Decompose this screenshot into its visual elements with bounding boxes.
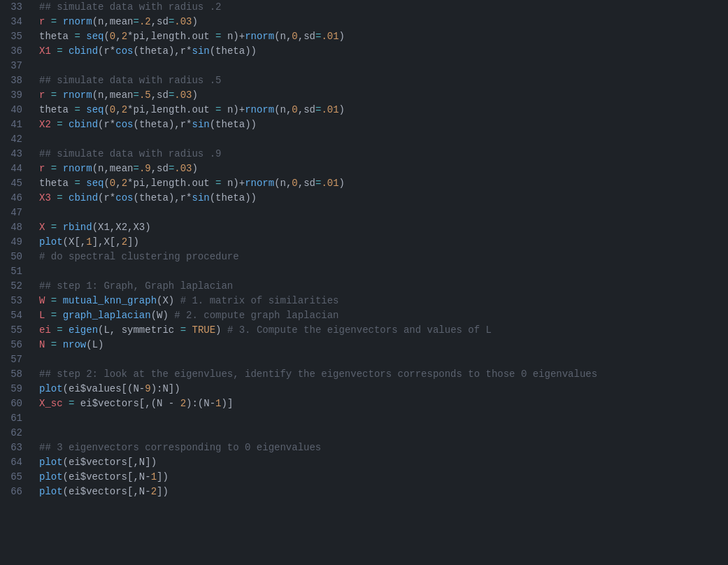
plain-token: (	[104, 104, 109, 115]
plain-token	[45, 310, 50, 321]
number-token: .03	[174, 163, 192, 174]
number-token: 1	[151, 471, 157, 482]
code-line: 51	[0, 264, 728, 279]
number-token: 9	[145, 383, 150, 394]
function-token: plot	[39, 457, 63, 468]
plain-token: ):N])	[151, 383, 180, 394]
line-content: ## simulate data with radius .9	[34, 147, 728, 162]
code-line: 34r = rnorm(n,mean=.2,sd=.03)	[0, 15, 728, 29]
line-number: 55	[0, 323, 34, 338]
plain-token	[57, 90, 62, 101]
line-content: plot(ei$values[(N-9):N])	[34, 382, 728, 396]
code-line: 53W = mutual_knn_graph(X) # 1. matrix of…	[0, 294, 728, 308]
function-token: seq	[86, 178, 104, 189]
code-line: 35theta = seq(0,2*pi,length.out = n)+rno…	[0, 29, 728, 44]
code-line: 66plot(ei$vectors[,N-2])	[0, 485, 728, 499]
line-content: X_sc = ei$vectors[,(N - 2):(N-1)]	[34, 396, 728, 411]
line-number: 58	[0, 367, 34, 382]
plain-token: )]	[221, 398, 233, 409]
function-token: sin	[192, 45, 210, 57]
variable-token: X_sc	[39, 398, 63, 409]
plain-token	[51, 45, 57, 57]
comment-token: ## simulate data with radius .9	[39, 148, 221, 159]
comment-token: ## step 1: Graph, Graph laplacian	[39, 280, 233, 292]
number-token: .5	[139, 90, 151, 101]
number-token: 0	[110, 31, 115, 42]
function-token: plot	[39, 383, 63, 394]
comment-token: # 2. compute graph laplacian	[174, 310, 338, 321]
plain-token	[45, 16, 50, 27]
function-token: cos	[115, 45, 133, 57]
plain-token	[45, 90, 50, 101]
line-number: 47	[0, 206, 34, 220]
plain-token: (theta),r*	[133, 192, 192, 203]
code-line: 40theta = seq(0,2*pi,length.out = n)+rno…	[0, 103, 728, 117]
function-token: rnorm	[63, 163, 92, 174]
plain-token: *pi,	[127, 178, 151, 189]
assign-token: =	[74, 104, 80, 115]
line-content: theta = seq(0,2*pi,length.out = n)+rnorm…	[34, 29, 728, 44]
line-number: 53	[0, 294, 34, 308]
plain-token: mean	[110, 90, 134, 101]
code-line: 33## simulate data with radius .2	[0, 0, 728, 15]
plain-token: (	[104, 31, 109, 42]
code-line: 38## simulate data with radius .5	[0, 73, 728, 88]
line-content: plot(X[,1],X[,2])	[34, 235, 728, 250]
line-content: # do spectral clustering procedure	[34, 250, 728, 264]
comment-token: # do spectral clustering procedure	[39, 251, 239, 262]
line-content: X1 = cbind(r*cos(theta),r*sin(theta))	[34, 44, 728, 59]
plain-token: )	[339, 178, 345, 189]
line-number: 51	[0, 264, 34, 279]
code-line: 36X1 = cbind(r*cos(theta),r*sin(theta))	[0, 44, 728, 59]
number-token: 2	[180, 398, 186, 409]
comment-token: ## step 2: look at the eigenvlues, ident…	[39, 369, 597, 380]
plain-token	[80, 178, 86, 189]
plain-token	[63, 398, 69, 409]
assign-token: =	[57, 192, 62, 203]
assign-token: =	[51, 163, 57, 174]
plain-token: (n,	[274, 178, 292, 189]
line-content: W = mutual_knn_graph(X) # 1. matrix of s…	[34, 294, 728, 308]
number-token: 2	[122, 236, 127, 248]
plain-token: ,	[298, 31, 304, 42]
assign-token: =	[133, 90, 138, 101]
function-token: rnorm	[245, 104, 274, 115]
number-token: 0	[110, 178, 115, 189]
plain-token: )	[215, 324, 227, 336]
plain-token	[57, 163, 62, 174]
code-line: 58## step 2: look at the eigenvlues, ide…	[0, 367, 728, 382]
plain-token: ,	[298, 104, 304, 115]
number-token: .2	[139, 16, 151, 27]
number-token: .03	[174, 90, 192, 101]
plain-token	[45, 295, 50, 306]
variable-token: ei	[39, 324, 51, 336]
plain-token: theta	[39, 178, 74, 189]
line-number: 65	[0, 470, 34, 485]
assign-token: =	[51, 295, 57, 306]
line-number: 48	[0, 220, 34, 235]
plain-token: (n,	[92, 16, 110, 27]
line-number: 59	[0, 382, 34, 396]
plain-token: ,	[115, 31, 121, 42]
plain-token: (X)	[157, 295, 180, 306]
line-content: X = rbind(X1,X2,X3)	[34, 220, 728, 235]
line-number: 33	[0, 0, 34, 15]
plain-token: length.out	[151, 31, 215, 42]
function-token: rnorm	[245, 178, 274, 189]
number-token: .9	[139, 163, 151, 174]
function-token: rnorm	[63, 90, 92, 101]
plain-token: )	[192, 90, 198, 101]
function-token: cbind	[69, 119, 98, 130]
line-number: 35	[0, 29, 34, 44]
function-token: sin	[192, 192, 210, 203]
plain-token: mean	[110, 16, 134, 27]
plain-token	[45, 163, 50, 174]
plain-token: theta	[39, 104, 74, 115]
code-line: 57	[0, 352, 728, 367]
plain-token	[51, 192, 57, 203]
number-token: .01	[321, 104, 338, 115]
plain-token: (W)	[151, 310, 175, 321]
number-token: .01	[321, 178, 338, 189]
plain-token	[57, 16, 62, 27]
number-token: .01	[321, 31, 338, 42]
